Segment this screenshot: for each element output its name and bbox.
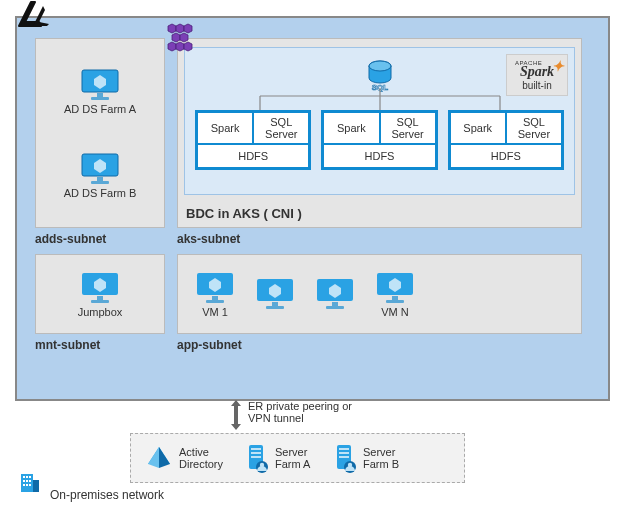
svg-rect-26 <box>206 300 224 303</box>
svg-marker-42 <box>148 447 159 468</box>
svg-rect-46 <box>251 456 261 458</box>
svg-rect-44 <box>251 448 261 450</box>
svg-marker-3 <box>172 33 180 42</box>
node-hdfs: HDFS <box>323 144 435 168</box>
svg-marker-7 <box>184 42 192 51</box>
monitor-icon <box>79 67 121 101</box>
monitor-icon <box>254 276 296 310</box>
svg-rect-58 <box>26 476 28 478</box>
adds-subnet-label: adds-subnet <box>35 232 165 246</box>
pyramid-icon <box>145 444 173 472</box>
tree-connector <box>255 88 505 110</box>
svg-rect-33 <box>332 302 338 306</box>
mnt-subnet-label: mnt-subnet <box>35 338 165 352</box>
monitor-icon <box>314 276 356 310</box>
bdc-node: Spark SQL Server HDFS <box>195 110 311 170</box>
azure-logo <box>15 0 53 33</box>
building-icon <box>18 471 42 498</box>
onprem-ad-label: Active Directory <box>179 446 231 470</box>
svg-rect-60 <box>23 480 25 482</box>
app-vm-1: VM 1 <box>194 270 236 318</box>
svg-rect-37 <box>392 296 398 300</box>
svg-rect-51 <box>339 452 349 454</box>
node-spark: Spark <box>323 112 379 144</box>
svg-rect-61 <box>26 480 28 482</box>
svg-rect-52 <box>339 456 349 458</box>
server-icon <box>333 443 357 473</box>
svg-rect-62 <box>29 480 31 482</box>
spark-subtitle: built-in <box>522 80 551 91</box>
svg-rect-22 <box>91 300 109 303</box>
app-vm-2 <box>254 276 296 312</box>
node-hdfs: HDFS <box>197 144 309 168</box>
svg-rect-11 <box>91 97 109 100</box>
aks-subnet-label: aks-subnet <box>177 232 582 246</box>
svg-marker-0 <box>168 24 176 33</box>
vpn-connector: ER private peering or VPN tunnel <box>230 400 410 430</box>
jumpbox-label: Jumpbox <box>78 306 123 318</box>
double-arrow-icon <box>230 400 242 430</box>
svg-marker-5 <box>168 42 176 51</box>
node-spark: Spark <box>197 112 253 144</box>
svg-rect-16 <box>91 181 109 184</box>
onprem-server-b: Server Farm B <box>333 443 407 473</box>
adds-subnet-box: AD DS Farm A AD DS Farm B <box>35 38 165 228</box>
adds-farm-a: AD DS Farm A <box>64 67 136 115</box>
monitor-icon <box>374 270 416 304</box>
connector-text: ER private peering or VPN tunnel <box>248 400 368 424</box>
svg-rect-64 <box>26 484 28 486</box>
svg-rect-59 <box>29 476 31 478</box>
svg-rect-57 <box>23 476 25 478</box>
adds-farm-a-label: AD DS Farm A <box>64 103 136 115</box>
onprem-label: On-premises network <box>50 488 164 502</box>
svg-rect-63 <box>23 484 25 486</box>
svg-marker-2 <box>184 24 192 33</box>
app-subnet-box: VM 1 VM N <box>177 254 582 334</box>
cloud-region: AD DS Farm A AD DS Farm B adds-subnet <box>15 16 610 401</box>
bdc-label: BDC in AKS ( CNI ) <box>186 206 302 221</box>
app-vm-3 <box>314 276 356 312</box>
svg-rect-15 <box>97 177 103 181</box>
svg-rect-10 <box>97 93 103 97</box>
svg-rect-38 <box>386 300 404 303</box>
mnt-subnet-box: Jumpbox <box>35 254 165 334</box>
app-subnet-label: app-subnet <box>177 338 582 352</box>
svg-point-19 <box>369 61 391 71</box>
svg-rect-56 <box>33 480 39 492</box>
svg-rect-65 <box>29 484 31 486</box>
svg-rect-21 <box>97 296 103 300</box>
spark-star-icon: ✦ <box>552 58 564 75</box>
onprem-box: Active Directory Server Farm A Server Fa… <box>130 433 465 483</box>
spark-word: Spark ✦ <box>520 64 554 80</box>
node-sqlserver: SQL Server <box>253 112 309 144</box>
monitor-icon <box>79 270 121 304</box>
svg-rect-30 <box>266 306 284 309</box>
jumpbox: Jumpbox <box>78 270 123 318</box>
node-sqlserver: SQL Server <box>506 112 562 144</box>
server-icon <box>245 443 269 473</box>
app-vm-1-label: VM 1 <box>202 306 228 318</box>
svg-rect-50 <box>339 448 349 450</box>
onprem-ad: Active Directory <box>145 444 231 472</box>
monitor-icon <box>194 270 236 304</box>
monitor-icon <box>79 151 121 185</box>
adds-farm-b-label: AD DS Farm B <box>64 187 137 199</box>
node-spark: Spark <box>450 112 506 144</box>
adds-farm-b: AD DS Farm B <box>64 151 137 199</box>
node-sqlserver: SQL Server <box>380 112 436 144</box>
node-hdfs: HDFS <box>450 144 562 168</box>
svg-rect-29 <box>272 302 278 306</box>
svg-marker-4 <box>180 33 188 42</box>
app-vm-n-label: VM N <box>381 306 409 318</box>
svg-rect-45 <box>251 452 261 454</box>
app-vm-n: VM N <box>374 270 416 318</box>
onprem-server-a-label: Server Farm A <box>275 446 319 470</box>
bdc-panel: SQL APACHE Spark ✦ built-in <box>184 47 575 195</box>
bdc-node: Spark SQL Server HDFS <box>448 110 564 170</box>
svg-marker-1 <box>176 24 184 33</box>
spark-badge: APACHE Spark ✦ built-in <box>506 54 568 96</box>
onprem-server-b-label: Server Farm B <box>363 446 407 470</box>
bdc-node: Spark SQL Server HDFS <box>321 110 437 170</box>
aks-icon <box>163 22 197 55</box>
onprem-server-a: Server Farm A <box>245 443 319 473</box>
